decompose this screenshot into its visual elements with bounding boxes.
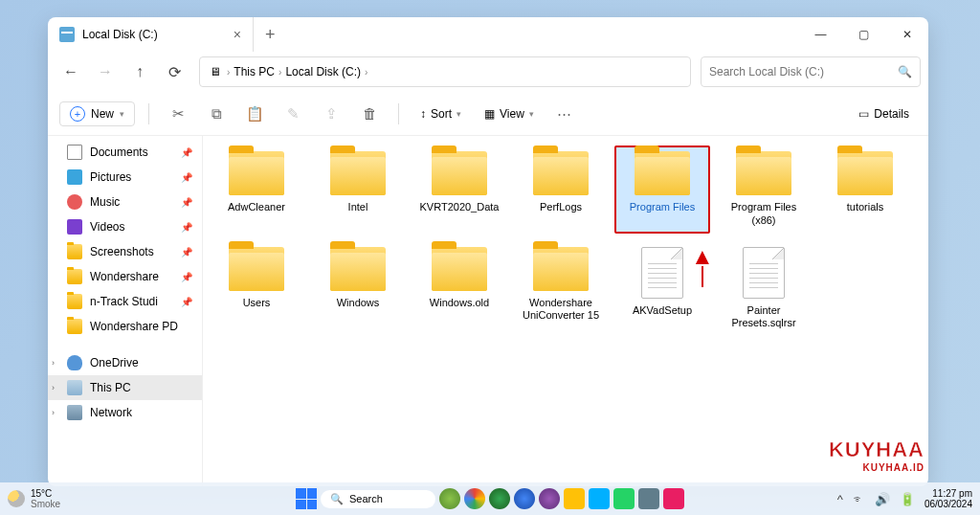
- app-icon[interactable]: [464, 488, 485, 509]
- app-icon[interactable]: [439, 488, 460, 509]
- tab-active[interactable]: Local Disk (C:) ×: [48, 17, 254, 52]
- item-label: Intel: [348, 201, 368, 214]
- item-akvadsetup[interactable]: AKVadSetup: [614, 241, 710, 337]
- new-tab-button[interactable]: +: [254, 25, 287, 45]
- taskbar-search[interactable]: 🔍 Search: [321, 490, 435, 508]
- app-icon[interactable]: [613, 488, 635, 509]
- delete-button[interactable]: 🗑: [354, 99, 385, 129]
- refresh-button[interactable]: ⟳: [159, 56, 189, 87]
- details-label: Details: [874, 107, 909, 121]
- minimize-button[interactable]: —: [799, 17, 842, 52]
- sidebar-item-music[interactable]: Music📌: [48, 190, 202, 214]
- sidebar-item-label: n-Track Studi: [90, 295, 158, 308]
- back-button[interactable]: ←: [56, 56, 86, 87]
- volume-icon[interactable]: 🔊: [875, 492, 890, 506]
- tray-chevron-icon[interactable]: ^: [837, 492, 843, 506]
- search-input[interactable]: [709, 65, 892, 78]
- sidebar-item-videos[interactable]: Videos📌: [48, 214, 202, 239]
- sidebar-item-label: Music: [90, 195, 120, 209]
- app-icon[interactable]: [589, 488, 610, 509]
- app-icon[interactable]: [489, 488, 510, 509]
- app-icon[interactable]: [638, 488, 659, 509]
- folder-icon: [432, 247, 487, 291]
- battery-icon[interactable]: 🔋: [900, 492, 915, 506]
- sidebar-item-network[interactable]: ›Network: [48, 400, 202, 425]
- chevron-right-icon[interactable]: ›: [52, 358, 55, 368]
- search-icon[interactable]: 🔍: [898, 65, 912, 78]
- item-tutorials[interactable]: tutorials: [817, 146, 913, 234]
- folder-icon: [635, 151, 690, 195]
- chevron-right-icon[interactable]: ›: [52, 383, 55, 392]
- drive-icon: [59, 27, 75, 42]
- weather-widget[interactable]: 15°C Smoke: [8, 488, 60, 509]
- doc-icon: [67, 145, 82, 160]
- paste-button[interactable]: 📋: [239, 99, 270, 129]
- pin-icon: 📌: [181, 172, 192, 183]
- sidebar-item-wondershare[interactable]: Wondershare📌: [48, 264, 202, 289]
- item-label: PerfLogs: [540, 201, 582, 214]
- item-adwcleaner[interactable]: AdwCleaner: [209, 146, 304, 234]
- item-perflogs[interactable]: PerfLogs: [513, 146, 609, 234]
- breadcrumb-this-pc[interactable]: This PC: [234, 65, 275, 78]
- clock[interactable]: 11:27 pm 06/03/2024: [924, 488, 972, 509]
- search-bar[interactable]: 🔍: [701, 56, 921, 87]
- weather-temp: 15°C: [31, 488, 60, 499]
- item-wondershare-uniconverter-15[interactable]: Wondershare UniConverter 15: [513, 241, 609, 337]
- chevron-down-icon: ▾: [120, 109, 124, 119]
- forward-button[interactable]: →: [90, 56, 121, 87]
- content-area[interactable]: AdwCleanerIntelKVRT2020_DataPerfLogsProg…: [203, 136, 928, 486]
- address-bar[interactable]: 🖥 › This PC › Local Disk (C:) ›: [199, 56, 691, 87]
- app-icon[interactable]: [539, 488, 560, 509]
- sidebar-item-documents[interactable]: Documents📌: [48, 140, 202, 165]
- chevron-right-icon: ›: [227, 67, 230, 78]
- details-icon: ▭: [858, 107, 869, 121]
- share-button[interactable]: ⇪: [316, 99, 346, 129]
- app-icon[interactable]: [663, 488, 684, 509]
- toolbar: + New ▾ ✂ ⧉ 📋 ✎ ⇪ 🗑 ↕ Sort ▾ ▦ View ▾ ⋯ …: [48, 92, 928, 136]
- copy-button[interactable]: ⧉: [201, 99, 232, 129]
- sidebar-item-label: Wondershare: [90, 270, 159, 283]
- wifi-icon[interactable]: ᯤ: [853, 492, 865, 506]
- chevron-right-icon[interactable]: ›: [52, 408, 55, 417]
- app-icon[interactable]: [564, 488, 585, 509]
- folder-icon: [533, 151, 589, 195]
- sidebar-item-this-pc[interactable]: ›This PC: [48, 375, 202, 400]
- folder-icon: [67, 244, 82, 259]
- item-kvrt2020-data[interactable]: KVRT2020_Data: [412, 146, 507, 234]
- folder-icon: [330, 247, 386, 291]
- start-button[interactable]: [296, 488, 317, 509]
- breadcrumb-drive[interactable]: Local Disk (C:): [285, 65, 361, 78]
- item-windows[interactable]: Windows: [310, 241, 406, 337]
- close-tab-icon[interactable]: ×: [234, 27, 241, 42]
- new-button[interactable]: + New ▾: [59, 101, 135, 126]
- item-label: Windows.old: [430, 297, 489, 310]
- sort-button[interactable]: ↕ Sort ▾: [412, 103, 469, 124]
- sidebar-item-screenshots[interactable]: Screenshots📌: [48, 239, 202, 264]
- tab-title: Local Disk (C:): [82, 28, 226, 41]
- sidebar-item-n-track-studi[interactable]: n-Track Studi📌: [48, 289, 202, 314]
- item-program-files-x86-[interactable]: Program Files (x86): [716, 146, 812, 234]
- sidebar-item-label: Videos: [90, 220, 124, 234]
- details-button[interactable]: ▭ Details: [851, 103, 917, 124]
- up-button[interactable]: ↑: [124, 56, 155, 87]
- titlebar: Local Disk (C:) × + — ▢ ✕: [48, 17, 928, 52]
- rename-button[interactable]: ✎: [278, 99, 308, 129]
- close-button[interactable]: ✕: [885, 17, 928, 52]
- view-button[interactable]: ▦ View ▾: [477, 103, 542, 124]
- item-program-files[interactable]: Program Files: [614, 146, 710, 234]
- sidebar-item-onedrive[interactable]: ›OneDrive: [48, 350, 202, 375]
- pin-icon: 📌: [181, 297, 192, 307]
- view-label: View: [500, 107, 524, 121]
- item-users[interactable]: Users: [209, 241, 304, 337]
- item-painter-presets-sqlrsr[interactable]: Painter Presets.sqlrsr: [716, 241, 812, 337]
- item-intel[interactable]: Intel: [310, 146, 406, 234]
- chevron-down-icon: ▾: [529, 109, 534, 119]
- sidebar-item-pictures[interactable]: Pictures📌: [48, 165, 202, 190]
- app-icon[interactable]: [514, 488, 535, 509]
- maximize-button[interactable]: ▢: [842, 17, 885, 52]
- cut-button[interactable]: ✂: [163, 99, 193, 129]
- item-windows-old[interactable]: Windows.old: [412, 241, 507, 337]
- sidebar-item-label: Pictures: [90, 170, 131, 184]
- sidebar-item-wondershare-pd[interactable]: Wondershare PD: [48, 314, 202, 339]
- more-button[interactable]: ⋯: [549, 99, 580, 129]
